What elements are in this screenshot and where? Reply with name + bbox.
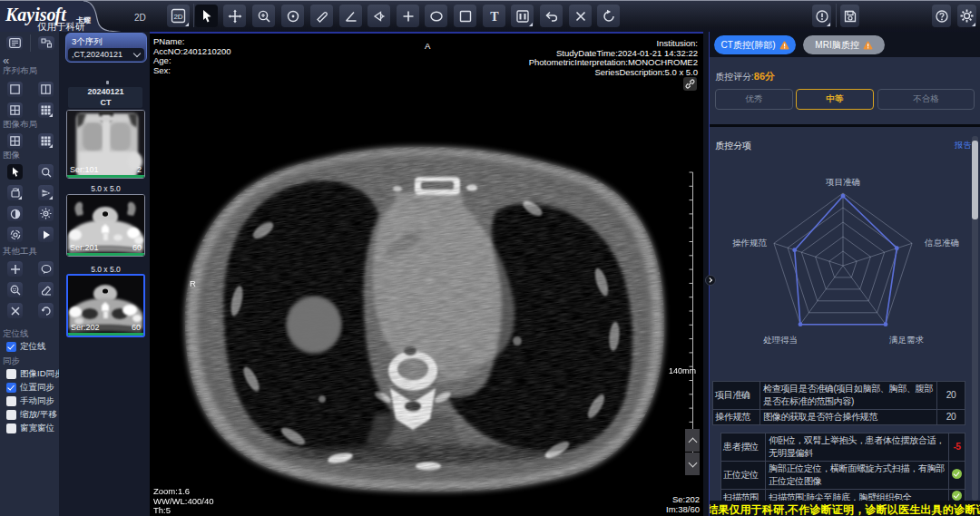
- svg-text:项目准确: 项目准确: [825, 177, 860, 187]
- svg-text:满足需求: 满足需求: [889, 335, 925, 345]
- svg-text:T: T: [490, 10, 499, 24]
- svg-text:处理得当: 处理得当: [763, 335, 798, 345]
- svg-text:信息准确: 信息准确: [924, 238, 959, 248]
- svg-text:操作规范: 操作规范: [732, 238, 768, 248]
- svg-text:2D: 2D: [173, 13, 182, 21]
